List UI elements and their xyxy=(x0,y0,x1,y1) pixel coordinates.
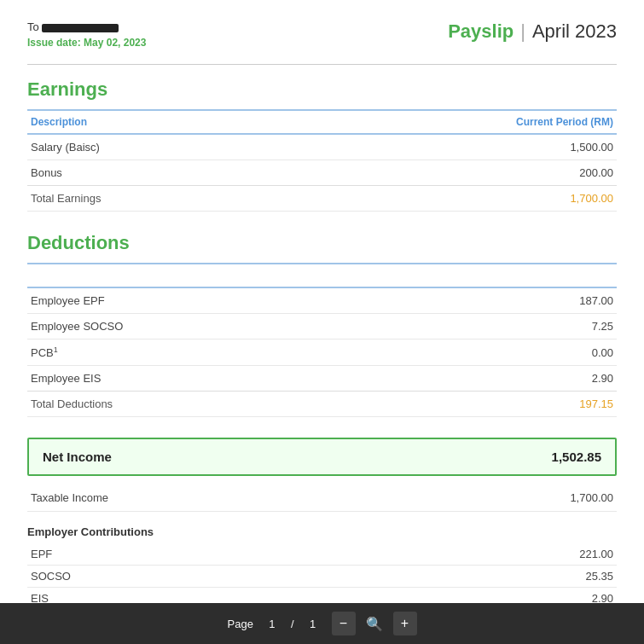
issue-date-label: Issue date: xyxy=(27,37,81,49)
deductions-title: Deductions xyxy=(27,232,617,254)
earnings-title: Earnings xyxy=(27,78,617,101)
net-income-label: Net Income xyxy=(43,450,112,464)
taxable-income-value: 1,700.00 xyxy=(570,491,613,504)
table-row: Employee EIS 2.90 xyxy=(27,366,617,392)
deductions-col-placeholder xyxy=(27,264,445,287)
deductions-total-row: Total Deductions 197.15 xyxy=(27,392,617,417)
net-income-value: 1,502.85 xyxy=(552,450,601,464)
taxable-income-label: Taxable Income xyxy=(31,491,108,504)
earnings-table: Description Current Period (RM) Salary (… xyxy=(27,109,617,212)
earnings-row-salary-value: 1,500.00 xyxy=(278,134,617,160)
deductions-row-epf-value: 187.00 xyxy=(445,287,617,314)
deductions-total-value: 197.15 xyxy=(445,392,617,417)
table-row: Salary (Baisc) 1,500.00 xyxy=(27,134,617,160)
earnings-total-row: Total Earnings 1,700.00 xyxy=(27,186,617,212)
header-right: Payslip | April 2023 xyxy=(448,20,617,43)
net-income-box: Net Income 1,502.85 xyxy=(27,438,617,476)
page-current: 1 xyxy=(264,618,281,630)
recipient-name-redacted xyxy=(42,24,119,32)
employer-contributions-title: Employer Contributions xyxy=(27,525,617,538)
deductions-row-pcb-label: PCB1 xyxy=(27,339,445,366)
table-row: Bonus 200.00 xyxy=(27,160,617,186)
earnings-col-period: Current Period (RM) xyxy=(278,110,617,134)
earnings-row-bonus-value: 200.00 xyxy=(278,160,617,186)
deductions-table: Employee EPF 187.00 Employee SOCSO 7.25 … xyxy=(27,263,617,417)
employer-contributions: Employer Contributions EPF 221.00 SOCSO … xyxy=(27,525,617,610)
earnings-col-description: Description xyxy=(27,110,278,134)
page-separator: / xyxy=(291,618,294,630)
deductions-row-pcb-value: 0.00 xyxy=(445,339,617,366)
header-divider xyxy=(27,64,617,65)
deductions-row-eis-value: 2.90 xyxy=(445,366,617,392)
page-total: 1 xyxy=(305,618,322,630)
page-label: Page xyxy=(228,618,253,630)
deductions-col-placeholder2 xyxy=(445,264,617,287)
header-left: To Issue date: May 02, 2023 xyxy=(27,20,146,49)
earnings-total-label: Total Earnings xyxy=(27,186,278,212)
payslip-period: April 2023 xyxy=(532,20,617,43)
earnings-row-salary-label: Salary (Baisc) xyxy=(27,134,278,160)
payslip-divider: | xyxy=(520,20,525,43)
employer-socso-label: SOCSO xyxy=(31,570,71,583)
deductions-row-eis-label: Employee EIS xyxy=(27,366,445,392)
zoom-out-button[interactable]: − xyxy=(332,612,356,635)
table-row: Employee EPF 187.00 xyxy=(27,287,617,314)
deductions-row-epf-label: Employee EPF xyxy=(27,287,445,314)
employer-row: EPF 221.00 xyxy=(27,543,617,566)
to-name: To xyxy=(27,20,146,33)
issue-date: Issue date: May 02, 2023 xyxy=(27,37,146,49)
table-row: Employee SOCSO 7.25 xyxy=(27,314,617,339)
employer-epf-label: EPF xyxy=(31,548,52,560)
taxable-income-row: Taxable Income 1,700.00 xyxy=(27,484,617,512)
to-label: To xyxy=(27,20,39,33)
bottom-toolbar: Page 1 / 1 − 🔍 + xyxy=(0,603,644,644)
header: To Issue date: May 02, 2023 Payslip | Ap… xyxy=(27,20,617,49)
employer-row: SOCSO 25.35 xyxy=(27,566,617,588)
employer-socso-value: 25.35 xyxy=(585,570,613,583)
issue-date-value: May 02, 2023 xyxy=(84,37,146,49)
earnings-row-bonus-label: Bonus xyxy=(27,160,278,186)
deductions-row-socso-label: Employee SOCSO xyxy=(27,314,445,339)
zoom-in-button[interactable]: + xyxy=(393,612,417,635)
page-container: To Issue date: May 02, 2023 Payslip | Ap… xyxy=(0,0,644,644)
payslip-title: Payslip xyxy=(448,20,513,43)
deductions-row-socso-value: 7.25 xyxy=(445,314,617,339)
deductions-total-label: Total Deductions xyxy=(27,392,445,417)
earnings-total-value: 1,700.00 xyxy=(278,186,617,212)
employer-epf-value: 221.00 xyxy=(579,548,613,560)
table-row: PCB1 0.00 xyxy=(27,339,617,366)
zoom-icon: 🔍 xyxy=(366,616,383,632)
